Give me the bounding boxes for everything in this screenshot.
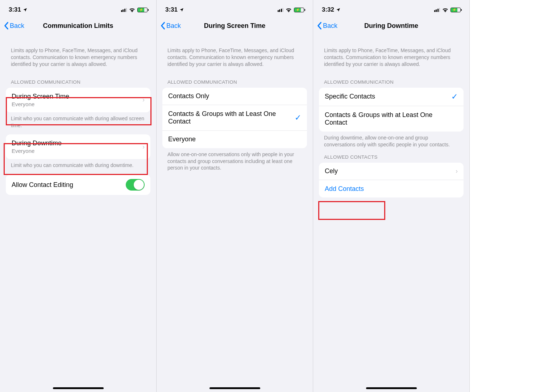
chevron-left-icon (317, 22, 322, 30)
status-time-text: 3:31 (165, 6, 178, 13)
cellular-signal-icon (434, 8, 440, 12)
section-footer-1: Limit who you can communicate with durin… (0, 112, 156, 129)
list-group-options: Contacts Only Contacts & Groups with at … (162, 88, 307, 148)
screen-during-screen-time: 3:31 ⚡ Back During Screen Time Limits ap… (157, 0, 313, 392)
status-icons: ⚡ (434, 8, 461, 12)
cellular-signal-icon (121, 8, 127, 12)
nav-bar: Back During Screen Time (157, 17, 313, 36)
option-label: Contacts & Groups with at Least One Cont… (168, 110, 281, 125)
home-indicator[interactable] (366, 387, 417, 389)
options-footer: Allow one-on-one conversations only with… (157, 148, 313, 172)
section-header-contacts: ALLOWED CONTACTS (313, 148, 469, 163)
status-icons: ⚡ (121, 8, 148, 12)
limits-description: Limits apply to Phone, FaceTime, Message… (0, 36, 156, 73)
status-time: 3:31 (9, 6, 27, 13)
battery-icon: ⚡ (294, 8, 304, 12)
back-label: Back (10, 22, 24, 30)
back-label: Back (323, 22, 337, 30)
add-contacts-label: Add Contacts (325, 185, 364, 193)
location-icon (179, 8, 184, 12)
list-group-allowed: During Screen Time Everyone › (6, 88, 150, 112)
row-title: Allow Contact Editing (12, 181, 73, 189)
section-header-allowed: ALLOWED COMMUNICATION (157, 73, 313, 88)
option-contacts-groups[interactable]: Contacts & Groups with at Least One Cont… (319, 106, 464, 132)
page-title: Communication Limits (43, 22, 113, 30)
list-group-contacts: Cely › Add Contacts (319, 163, 464, 197)
chevron-left-icon (4, 22, 9, 30)
during-screen-time-row[interactable]: During Screen Time Everyone › (6, 88, 150, 112)
option-specific-contacts[interactable]: Specific Contacts ✓ (319, 88, 464, 106)
option-contacts-only[interactable]: Contacts Only (162, 88, 307, 105)
highlight-add-contacts (318, 201, 385, 220)
row-title: During Downtime (12, 139, 62, 147)
status-time-text: 3:32 (322, 6, 334, 13)
cellular-signal-icon (278, 8, 284, 12)
status-bar: 3:31 ⚡ (0, 0, 156, 17)
wifi-icon (286, 8, 292, 12)
limits-description: Limits apply to Phone, FaceTime, Message… (313, 36, 469, 73)
option-everyone[interactable]: Everyone (162, 131, 307, 148)
status-bar: 3:31 ⚡ (157, 0, 313, 17)
home-indicator[interactable] (53, 387, 104, 389)
list-group-options: Specific Contacts ✓ Contacts & Groups wi… (319, 88, 464, 132)
section-header-allowed: ALLOWED COMMUNICATION (313, 73, 469, 88)
nav-bar: Back Communication Limits (0, 17, 156, 36)
add-contacts-row[interactable]: Add Contacts (319, 180, 464, 197)
row-title: During Screen Time (12, 93, 69, 100)
chevron-right-icon: › (142, 96, 145, 104)
allow-contact-editing-row[interactable]: Allow Contact Editing (6, 175, 150, 195)
back-button[interactable]: Back (160, 22, 181, 30)
limits-description: Limits apply to Phone, FaceTime, Message… (157, 36, 313, 73)
chevron-right-icon: › (456, 167, 458, 175)
list-group-downtime: During Downtime Everyone › (6, 134, 150, 159)
wifi-icon (442, 8, 448, 12)
back-button[interactable]: Back (4, 22, 24, 30)
status-time-text: 3:31 (9, 6, 21, 13)
section-header-allowed: ALLOWED COMMUNICATION (0, 73, 156, 88)
back-label: Back (166, 22, 181, 30)
checkmark-icon: ✓ (295, 113, 301, 122)
row-subtitle: Everyone (12, 148, 62, 154)
status-time: 3:32 (322, 6, 340, 13)
page-title: During Screen Time (204, 22, 266, 30)
chevron-left-icon (160, 22, 165, 30)
toggle-allow-editing[interactable] (126, 179, 145, 191)
option-label: Contacts Only (168, 92, 209, 100)
section-footer-2: Limit who you can communicate with durin… (0, 159, 156, 169)
location-icon (23, 8, 27, 12)
status-icons: ⚡ (278, 8, 304, 12)
page-title: During Downtime (364, 22, 418, 30)
option-label: Everyone (168, 135, 196, 143)
back-button[interactable]: Back (317, 22, 337, 30)
status-bar: 3:32 ⚡ (313, 0, 469, 17)
battery-icon: ⚡ (451, 8, 461, 12)
wifi-icon (129, 8, 135, 12)
chevron-right-icon: › (142, 143, 145, 151)
home-indicator[interactable] (209, 387, 260, 389)
row-subtitle: Everyone (12, 101, 69, 107)
status-time: 3:31 (165, 6, 184, 13)
options-footer: During downtime, allow one-on-one and gr… (313, 132, 469, 148)
list-group-editing: Allow Contact Editing (6, 175, 150, 195)
option-contacts-groups[interactable]: Contacts & Groups with at Least One Cont… (162, 105, 307, 131)
checkmark-icon: ✓ (451, 92, 458, 101)
screen-during-downtime: 3:32 ⚡ Back During Downtime Limits apply… (313, 0, 470, 392)
location-icon (336, 8, 340, 12)
option-label: Specific Contacts (325, 93, 375, 100)
nav-bar: Back During Downtime (313, 17, 469, 36)
option-label: Contacts & Groups with at Least One Cont… (325, 111, 444, 126)
contact-name: Cely (325, 167, 338, 175)
screen-communication-limits: 3:31 ⚡ Back Communication Limits Limits … (0, 0, 157, 392)
contact-row[interactable]: Cely › (319, 163, 464, 180)
battery-icon: ⚡ (137, 8, 148, 12)
during-downtime-row[interactable]: During Downtime Everyone › (6, 134, 150, 159)
